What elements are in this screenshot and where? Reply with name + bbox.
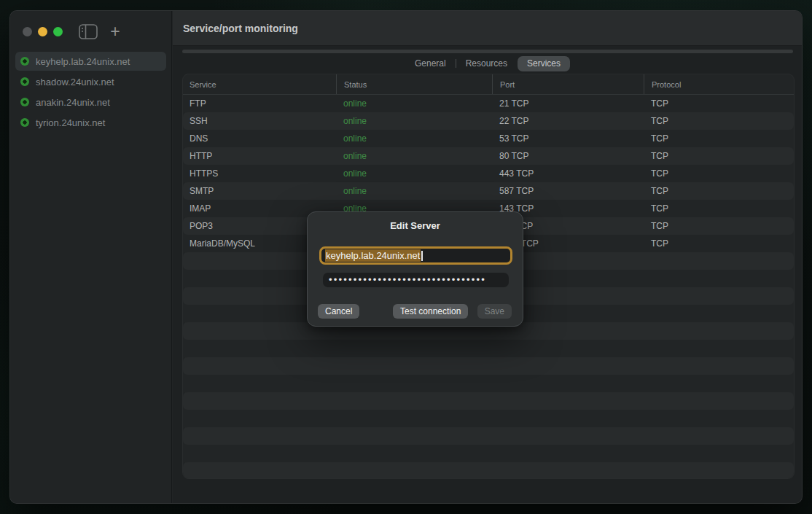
- text-caret: [421, 251, 423, 261]
- sidebar-server-item[interactable]: anakin.24unix.net: [15, 93, 166, 112]
- cell-status: online: [336, 182, 492, 200]
- tab-services[interactable]: Services: [518, 56, 570, 71]
- cancel-button[interactable]: Cancel: [318, 304, 359, 319]
- cell-status: online: [336, 95, 492, 112]
- cell-protocol: [644, 340, 795, 357]
- column-header[interactable]: Service: [183, 74, 336, 94]
- cell-protocol: TCP: [644, 147, 795, 165]
- password-input[interactable]: ••••••••••••••••••••••••••••••••: [323, 273, 509, 287]
- cell-protocol: [644, 375, 795, 392]
- cell-port: 587 TCP: [492, 182, 644, 200]
- cell-protocol: [644, 287, 795, 305]
- cell-service: SMTP: [183, 182, 336, 200]
- sidebar: + keyhelp.lab.24unix.net shadow.24unix.n…: [10, 11, 172, 503]
- cell-status: online: [336, 112, 492, 130]
- sidebar-server-item[interactable]: tyrion.24unix.net: [15, 113, 166, 132]
- divider-strip: [182, 50, 793, 53]
- server-list: keyhelp.lab.24unix.net shadow.24unix.net…: [15, 52, 166, 133]
- table-row[interactable]: FTP online 21 TCP TCP: [183, 95, 794, 112]
- cell-port: 21 TCP: [492, 95, 644, 112]
- tab-general[interactable]: General: [405, 56, 456, 71]
- cell-status: [336, 340, 492, 357]
- cell-protocol: TCP: [644, 112, 795, 130]
- cell-status: [336, 392, 492, 410]
- save-button[interactable]: Save: [477, 304, 512, 319]
- cell-service: [183, 340, 336, 357]
- cell-port: 80 TCP: [492, 147, 644, 165]
- cell-port: [492, 427, 644, 445]
- cell-status: [336, 375, 492, 392]
- status-dot-icon: [20, 98, 29, 106]
- table-row[interactable]: SMTP online 587 TCP TCP: [183, 182, 794, 200]
- table-row: [183, 462, 794, 479]
- test-connection-button[interactable]: Test connection: [393, 304, 468, 319]
- column-header[interactable]: Port: [492, 74, 644, 94]
- cell-protocol: [644, 252, 795, 270]
- cell-service: DNS: [183, 130, 336, 147]
- cell-protocol: [644, 462, 795, 479]
- app-window: + keyhelp.lab.24unix.net shadow.24unix.n…: [9, 10, 803, 504]
- status-dot-icon: [20, 118, 29, 127]
- sidebar-server-item[interactable]: shadow.24unix.net: [15, 72, 166, 91]
- table-row[interactable]: SSH online 22 TCP TCP: [183, 112, 794, 130]
- cell-protocol: TCP: [644, 235, 795, 252]
- server-name: tyrion.24unix.net: [36, 117, 105, 128]
- table-row: [183, 340, 794, 357]
- server-name: shadow.24unix.net: [36, 77, 114, 87]
- column-header[interactable]: Protocol: [644, 74, 795, 94]
- table-row: [183, 427, 794, 445]
- cell-status: [336, 427, 492, 445]
- cell-protocol: TCP: [644, 217, 795, 235]
- cell-service: [183, 410, 336, 427]
- cell-protocol: TCP: [644, 182, 795, 200]
- tab-bar: GeneralResourcesServices: [182, 55, 793, 71]
- table-row: [183, 410, 794, 427]
- cell-status: online: [336, 130, 492, 147]
- table-row[interactable]: DNS online 53 TCP TCP: [183, 130, 794, 147]
- sidebar-server-item[interactable]: keyhelp.lab.24unix.net: [15, 52, 166, 71]
- cell-service: FTP: [183, 95, 336, 112]
- cell-port: [492, 462, 644, 479]
- cell-port: 22 TCP: [492, 112, 644, 130]
- table-row[interactable]: HTTPS online 443 TCP TCP: [183, 165, 794, 182]
- edit-server-dialog: Edit Server keyhelp.lab.24unix.net •••••…: [307, 211, 523, 327]
- cell-protocol: TCP: [644, 95, 795, 112]
- cell-status: [336, 410, 492, 427]
- cell-protocol: TCP: [644, 130, 795, 147]
- cell-port: [492, 340, 644, 357]
- cell-protocol: [644, 410, 795, 427]
- table-row: [183, 392, 794, 410]
- minimize-button[interactable]: [38, 27, 47, 36]
- cell-protocol: [644, 305, 795, 322]
- sidebar-toggle-icon[interactable]: [79, 24, 98, 39]
- page-title: Service/port monitoring: [173, 23, 298, 34]
- table-row[interactable]: HTTP online 80 TCP TCP: [183, 147, 794, 165]
- status-dot-icon: [20, 77, 29, 86]
- cell-port: [492, 392, 644, 410]
- cell-protocol: [644, 270, 795, 287]
- window-titlebar: Service/port monitoring: [173, 11, 802, 46]
- cell-port: 53 TCP: [492, 130, 644, 147]
- cell-service: SSH: [183, 112, 336, 130]
- cell-protocol: TCP: [644, 200, 795, 217]
- close-button[interactable]: [23, 27, 32, 36]
- add-server-button[interactable]: +: [106, 23, 124, 40]
- cell-status: online: [336, 147, 492, 165]
- tab-resources[interactable]: Resources: [456, 56, 517, 71]
- column-header[interactable]: Status: [336, 74, 492, 94]
- cell-service: [183, 392, 336, 410]
- server-name: anakin.24unix.net: [36, 97, 110, 108]
- cell-port: [492, 357, 644, 375]
- cell-status: [336, 462, 492, 479]
- cell-service: [183, 357, 336, 375]
- cell-service: [183, 445, 336, 462]
- zoom-button[interactable]: [53, 27, 63, 36]
- server-name: keyhelp.lab.24unix.net: [36, 56, 130, 67]
- cell-protocol: TCP: [644, 165, 795, 182]
- cell-protocol: [644, 357, 795, 375]
- cell-service: [183, 375, 336, 392]
- traffic-lights: [23, 27, 63, 36]
- cell-protocol: [644, 445, 795, 462]
- table-row: [183, 375, 794, 392]
- server-address-input[interactable]: keyhelp.lab.24unix.net: [319, 246, 512, 265]
